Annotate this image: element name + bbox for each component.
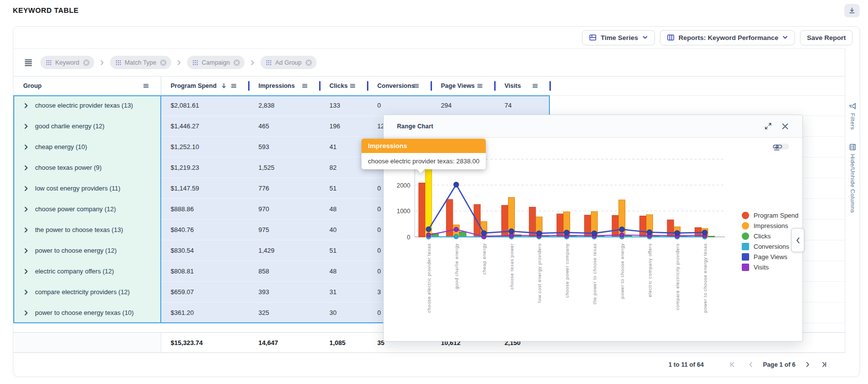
expand-row-icon[interactable] xyxy=(24,289,29,295)
pivot-chip-campaign[interactable]: Campaign xyxy=(187,56,245,69)
column-menu-icon[interactable] xyxy=(231,83,237,89)
cell-clicks[interactable]: 41 xyxy=(329,137,336,157)
group-cell[interactable]: good charlie energy (12) xyxy=(13,116,161,136)
cell-spend[interactable]: $830.54 xyxy=(171,240,194,261)
group-cell[interactable]: choose power company (12) xyxy=(13,199,161,219)
cell-impressions[interactable]: 970 xyxy=(258,199,269,219)
pivot-chip-match-type[interactable]: Match Type xyxy=(110,56,171,69)
cell-conversions[interactable]: 3 xyxy=(377,282,381,302)
expand-row-icon[interactable] xyxy=(24,269,29,274)
list-icon[interactable] xyxy=(24,58,33,67)
expand-row-icon[interactable] xyxy=(24,123,29,129)
cell-clicks[interactable]: 48 xyxy=(329,199,336,219)
tab-hide-unhide-columns[interactable]: Hide/Unhide Columns xyxy=(849,144,856,213)
column-menu-icon[interactable] xyxy=(477,83,483,89)
cell-clicks[interactable]: 82 xyxy=(329,157,336,178)
legend-item-page-views[interactable]: Page Views xyxy=(742,253,798,261)
first-page-button[interactable] xyxy=(729,361,736,368)
legend-item-impressions[interactable]: Impressions xyxy=(742,222,798,230)
group-cell[interactable]: the power to choose texas (13) xyxy=(13,220,161,240)
time-series-button[interactable]: Time Series xyxy=(582,30,655,45)
cell-impressions[interactable]: 325 xyxy=(258,303,269,323)
tab-filters[interactable]: Filters xyxy=(849,103,856,130)
cell-spend[interactable]: $888.86 xyxy=(171,199,194,219)
close-circle-icon[interactable] xyxy=(160,59,167,66)
table-row[interactable]: choose electric provider texas (13)$2,08… xyxy=(13,95,845,116)
collapse-handle[interactable] xyxy=(791,228,804,252)
legend-item-clicks[interactable]: Clicks xyxy=(742,232,798,240)
cell-conversions[interactable]: 0 xyxy=(377,240,381,261)
cell-visits[interactable]: 74 xyxy=(505,95,511,115)
cell-spend[interactable]: $808.81 xyxy=(171,261,194,281)
column-header-spend[interactable]: Program Spend xyxy=(161,77,249,95)
sort-desc-icon[interactable] xyxy=(221,83,227,89)
cell-spend[interactable]: $2,081.61 xyxy=(171,95,199,115)
cell-impressions[interactable]: 1,525 xyxy=(258,157,275,178)
reports-selector-button[interactable]: Reports: Keyword Performance xyxy=(660,30,796,45)
column-header-page-views[interactable]: Page Views xyxy=(431,77,495,95)
next-page-button[interactable] xyxy=(804,361,811,368)
cell-clicks[interactable]: 51 xyxy=(329,178,336,198)
expand-row-icon[interactable] xyxy=(24,248,29,254)
cell-clicks[interactable]: 31 xyxy=(329,282,336,302)
legend-item-visits[interactable]: Visits xyxy=(742,264,798,271)
group-cell[interactable]: low cost energy providers (11) xyxy=(13,178,161,198)
cell-conversions[interactable]: 0 xyxy=(377,220,381,240)
cell-spend[interactable]: $659.07 xyxy=(171,282,194,302)
cell-impressions[interactable]: 858 xyxy=(258,261,269,281)
group-cell[interactable]: cheap energy (10) xyxy=(13,137,161,157)
cell-clicks[interactable]: 48 xyxy=(329,261,336,281)
cell-conversions[interactable]: 0 xyxy=(377,178,381,198)
column-menu-icon[interactable] xyxy=(302,83,308,89)
group-cell[interactable]: power to choose energy (12) xyxy=(13,240,161,261)
cell-impressions[interactable]: 1,429 xyxy=(258,240,275,261)
expand-row-icon[interactable] xyxy=(24,206,29,212)
expand-row-icon[interactable] xyxy=(24,165,29,171)
cell-conversions[interactable]: 0 xyxy=(377,199,381,219)
group-cell[interactable]: electric company offers (12) xyxy=(13,261,161,281)
legend-item-conversions[interactable]: Conversions xyxy=(742,243,798,250)
expand-row-icon[interactable] xyxy=(24,227,29,233)
column-separator[interactable] xyxy=(549,81,551,91)
cell-conversions[interactable]: 0 xyxy=(377,95,381,115)
close-circle-icon[interactable] xyxy=(83,59,90,66)
group-cell[interactable]: choose electric provider texas (13) xyxy=(13,95,161,115)
cell-impressions[interactable]: 2,838 xyxy=(258,95,275,115)
column-menu-icon[interactable] xyxy=(350,83,356,89)
pivot-chip-ad-group[interactable]: Ad Group xyxy=(260,56,317,69)
prev-page-button[interactable] xyxy=(748,361,754,368)
cell-impressions[interactable]: 465 xyxy=(258,116,269,136)
group-cell[interactable]: compare electricity providers (12) xyxy=(13,282,161,302)
cell-conversions[interactable]: 0 xyxy=(377,261,381,281)
close-icon[interactable] xyxy=(781,122,789,130)
expand-row-icon[interactable] xyxy=(24,103,29,109)
expand-row-icon[interactable] xyxy=(24,310,29,316)
column-header-impressions[interactable]: Impressions xyxy=(249,77,320,95)
column-header-visits[interactable]: Visits xyxy=(495,77,550,95)
cell-spend[interactable]: $1,252.10 xyxy=(171,137,199,157)
cell-clicks[interactable]: 30 xyxy=(329,303,336,323)
cell-clicks[interactable]: 40 xyxy=(329,220,336,240)
cell-clicks[interactable]: 51 xyxy=(329,240,336,261)
column-header-group[interactable]: Group xyxy=(13,77,161,95)
last-page-button[interactable] xyxy=(821,361,827,368)
expand-row-icon[interactable] xyxy=(24,186,29,192)
cell-impressions[interactable]: 776 xyxy=(258,178,269,198)
cell-spend[interactable]: $1,446.27 xyxy=(171,116,199,136)
legend-item-program-spend[interactable]: Program Spend xyxy=(742,212,798,219)
expand-row-icon[interactable] xyxy=(24,144,29,150)
cell-clicks[interactable]: 196 xyxy=(329,116,340,136)
cell-spend[interactable]: $840.76 xyxy=(171,220,194,240)
cell-impressions[interactable]: 593 xyxy=(258,137,269,157)
column-menu-icon[interactable] xyxy=(413,83,419,89)
save-report-button[interactable]: Save Report xyxy=(800,30,853,45)
expand-icon[interactable] xyxy=(764,122,772,130)
cell-clicks[interactable]: 133 xyxy=(329,95,340,115)
cell-impressions[interactable]: 975 xyxy=(258,220,269,240)
cell-spend[interactable]: $361.20 xyxy=(171,303,194,323)
column-header-clicks[interactable]: Clicks xyxy=(320,77,367,95)
group-cell[interactable]: choose texas power (9) xyxy=(13,157,161,178)
cell-spend[interactable]: $1,147.59 xyxy=(171,178,199,198)
cell-spend[interactable]: $1,219.23 xyxy=(171,157,199,178)
group-cell[interactable]: power to choose energy texas (10) xyxy=(13,303,161,323)
